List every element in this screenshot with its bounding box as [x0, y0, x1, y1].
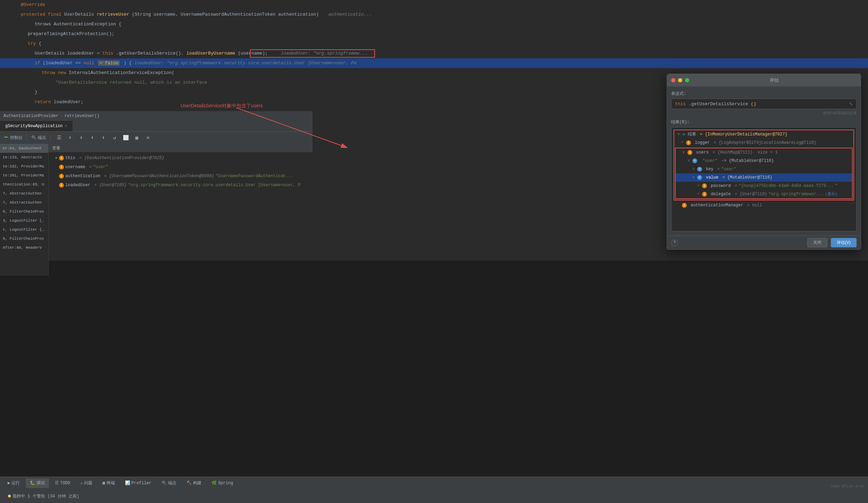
callstack-item-6[interactable]: 7, AbstractAuthen [0, 198, 48, 207]
tree-item-logger[interactable]: > i logger = {LogAdapter$Slf4jLocationAw… [674, 139, 853, 147]
tl-maximize[interactable] [685, 78, 689, 82]
tree-item-password[interactable]: > i password = "{noop}4756cdbb-e3a0-4d9d… [676, 182, 852, 190]
todo-btn[interactable]: ☰ TODO [51, 478, 74, 488]
code-line-6: UserDetails loadedUser = this .getUserDe… [0, 49, 868, 58]
callstack-item-1[interactable]: te:133, AbstractU [0, 153, 48, 162]
callstack-item-9[interactable]: t, LogoutFilter {or [0, 225, 48, 234]
eval-expr-box[interactable]: this .getUserDetailsService () ⤡ [671, 99, 857, 109]
eval-dialog: 评估 表达式: this .getUserDetailsService () ⤡… [667, 74, 861, 250]
code-line-3: throws AuthenticationException { [0, 19, 868, 29]
tree-item-key[interactable]: > ≡ key = "user" [676, 165, 852, 173]
callstack-item-0[interactable]: er:94, DaoAuthent [0, 144, 48, 153]
callstack-item-4[interactable]: thentication:85, U [0, 180, 48, 189]
eval-tree: v ∞ 结果 = {InMemoryUserDetailsManager@702… [671, 127, 857, 231]
eval-footer-buttons: 关闭 评估(V) [807, 238, 857, 247]
eval-expr-text: this .getUserDetailsService () [675, 101, 756, 107]
code-line-4: prepareTimingAttackProtection(); [0, 29, 868, 39]
callstack-item-5[interactable]: 7, AbstractAuthen [0, 189, 48, 198]
eval-expand-icon[interactable]: ⤡ [849, 101, 853, 107]
tree-item-user-entry[interactable]: v ≡ "user" -> {MutableUser@7116} [676, 157, 852, 165]
tree-item-value[interactable]: v ≡ value = {MutableUser@7116} [676, 173, 852, 182]
tab-close-icon[interactable]: × [65, 124, 67, 128]
code-line-7: if (loadedUser == null = false ) { loade… [0, 58, 868, 68]
eval-expr-label: 表达式: [671, 91, 857, 97]
eval-titlebar: 评估 [667, 74, 861, 86]
tree-item-result[interactable]: v ∞ 结果 = {InMemoryUserDetailsManager@702… [674, 130, 853, 139]
debug-reset-btn[interactable]: ↺ [110, 134, 119, 142]
callstack-panel: er:94, DaoAuthent te:133, AbstractU te:1… [0, 144, 49, 276]
debug-step-into-btn[interactable]: ⬇ [77, 134, 85, 142]
debug-stop-btn[interactable]: ⬜ [122, 134, 130, 142]
callstack-item-10[interactable]: 6, FilterChainProx [0, 234, 48, 243]
debug-btn[interactable]: 🐛 调试 [26, 478, 49, 488]
breadcrumb-item-2: retrieveUser() [65, 114, 100, 118]
eval-help-btn[interactable]: ? [671, 239, 678, 246]
delegate-show-link[interactable]: (显示) [825, 190, 837, 198]
eval-body: 表达式: this .getUserDetailsService () ⤡ 使用… [667, 86, 861, 236]
callstack-item-7[interactable]: 6, FilterChainProx [0, 207, 48, 216]
callstack-item-11[interactable]: After:90, HeaderV [0, 243, 48, 252]
eval-title: 评估 [692, 77, 857, 83]
debug-console-btn[interactable]: 📟 控制台 [3, 135, 23, 141]
code-line-1: @Override [0, 0, 868, 10]
var-item-loadeduser[interactable]: i loadedUser = {User@7105} "org.springfr… [49, 181, 312, 190]
tree-item-users[interactable]: v i users = {HashMap@7111} size = 1 [676, 148, 852, 157]
status-dot [8, 495, 11, 497]
endpoints-btn[interactable]: 🔌 端点 [157, 478, 181, 488]
problems-btn[interactable]: ⚠ 问题 [76, 478, 97, 488]
tree-item-auth-manager[interactable]: i authenticationManager = null [674, 201, 854, 209]
bottom-toolbar: ▶ 运行 🐛 调试 ☰ TODO ⚠ 问题 ▦ 终端 📊 Profiler 🔌 … [0, 477, 868, 489]
status-message: 毫秒中 1 个警告 (34 分钟 之前) [12, 493, 79, 499]
variables-list: ▶ i this = {DaoAuthenticationProvider@70… [49, 152, 312, 191]
callstack-item-8[interactable]: 3, LogoutFilter {or [0, 216, 48, 225]
watermark: CSDN @fish-aron [830, 484, 865, 488]
eval-close-btn[interactable]: 关闭 [807, 238, 827, 247]
eval-result-label: 结果(R): [671, 119, 857, 125]
debug-toolbar: 📟 控制台 🔌 端点 ☰ ⬆ ⬇ ⬇ ⬆ ↺ ⬜ ▦ ≡ [0, 131, 312, 144]
spring-btn[interactable]: 🌿 Spring [207, 478, 237, 488]
build-btn[interactable]: 🔨 构建 [182, 478, 206, 488]
debug-threads-btn[interactable]: ≡ [144, 134, 152, 142]
eval-evaluate-btn[interactable]: 评估(V) [831, 238, 857, 247]
code-line-5: try { [0, 39, 868, 49]
breadcrumb: AuthenticationProvider › retrieveUser() [0, 111, 312, 121]
debug-step-out-btn[interactable]: ⬇ [88, 134, 97, 142]
tab-security-new-application[interactable]: gSecurityNewApplication × [0, 121, 73, 131]
debug-list-btn[interactable]: ☰ [55, 134, 63, 142]
var-item-username[interactable]: i username = "user" [49, 163, 312, 172]
debug-endpoint-btn[interactable]: 🔌 端点 [31, 135, 46, 141]
variables-header: 变量 [49, 144, 312, 152]
tab-bar: gSecurityNewApplication × [0, 121, 312, 131]
callstack-item-2[interactable]: te:182, ProviderMa [0, 162, 48, 171]
eval-footer: ? 关闭 评估(V) [667, 236, 861, 249]
debug-run-to-cursor-btn[interactable]: ⬆ [99, 134, 108, 142]
run-btn[interactable]: ▶ 运行 [3, 478, 24, 488]
eval-users-border-box: v i users = {HashMap@7111} size = 1 v ≡ … [675, 148, 853, 199]
code-line-2: protected final UserDetails retrieveUser… [0, 10, 868, 19]
var-item-authentication[interactable]: i authentication = {UsernamePasswordAuth… [49, 172, 312, 181]
terminal-btn[interactable]: ▦ 终端 [98, 478, 119, 488]
profiler-btn[interactable]: 📊 Profiler [121, 478, 156, 488]
status-bar: 毫秒中 1 个警告 (34 分钟 之前) [0, 489, 868, 503]
status-warning[interactable]: 毫秒中 1 个警告 (34 分钟 之前) [5, 489, 82, 503]
breadcrumb-item-1: AuthenticationProvider [3, 114, 58, 118]
tl-close[interactable] [671, 78, 675, 82]
callstack-item-3[interactable]: te:201, ProviderMa [0, 171, 48, 180]
tree-item-delegate[interactable]: > i delegate = {User@7119} "org.springfr… [676, 190, 852, 198]
debug-step-over-btn[interactable]: ⬆ [66, 134, 74, 142]
tl-minimize[interactable] [678, 78, 682, 82]
eval-result-border-box: v ∞ 结果 = {InMemoryUserDetailsManager@702… [674, 130, 854, 200]
debug-frame-btn[interactable]: ▦ [133, 134, 141, 142]
eval-hint: 使用⌥⌘E添加到监视 [671, 110, 857, 116]
var-item-this[interactable]: ▶ i this = {DaoAuthenticationProvider@70… [49, 154, 312, 163]
